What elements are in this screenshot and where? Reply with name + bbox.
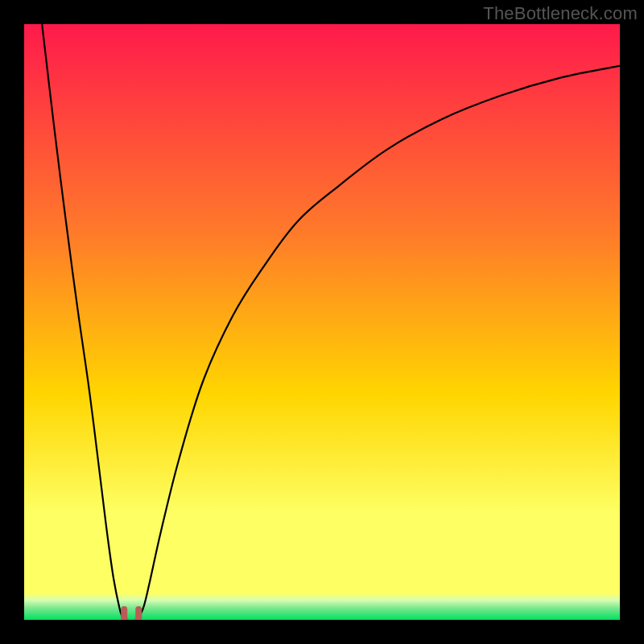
- minimum-marker-icon: [124, 609, 138, 620]
- watermark-text: TheBottleneck.com: [483, 3, 638, 24]
- chart-frame: TheBottleneck.com: [0, 0, 644, 644]
- left-branch-curve: [42, 24, 126, 620]
- right-branch-curve: [138, 66, 620, 620]
- plot-area: [24, 24, 620, 620]
- curve-layer: [24, 24, 620, 620]
